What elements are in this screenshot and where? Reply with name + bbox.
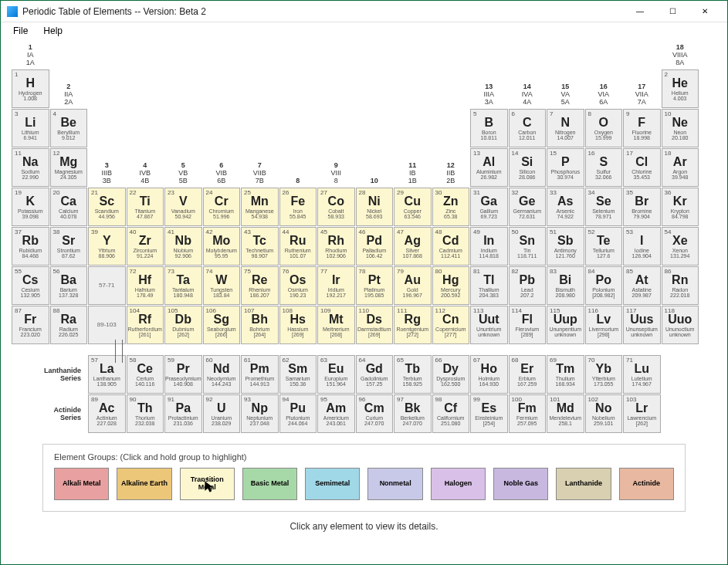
element-Cr[interactable]: 24CrChromium51.996 [203,188,241,226]
element-Ac[interactable]: 89AcActinium227.028 [88,394,126,433]
element-C[interactable]: 6CCarbon12.011 [509,109,547,147]
element-Np[interactable]: 93NpNeptunium237.048 [241,394,279,433]
element-Tb[interactable]: 65TbTerbium158.925 [394,355,432,394]
element-No[interactable]: 102NoNobelium259.101 [585,394,623,433]
maximize-button[interactable]: ☐ [656,2,689,22]
element-Rb[interactable]: 37RbRubidium84.468 [12,227,49,266]
element-Kr[interactable]: 36KrKrypton84.798 [662,188,699,226]
group-btn-lanthanide[interactable]: Lanthanide [556,468,611,500]
element-Al[interactable]: 13AlAluminium26.982 [470,148,508,187]
element-Ar[interactable]: 18ArArgon39.948 [662,148,699,187]
element-Eu[interactable]: 63EuEuropium151.964 [317,355,355,394]
element-Sb[interactable]: 51SbAntimony121.760 [547,227,584,266]
element-Na[interactable]: 11NaSodium22.990 [12,148,49,187]
element-Bi[interactable]: 83BiBismuth208.980 [547,266,584,305]
element-F[interactable]: 9FFluorine18.998 [623,109,661,147]
element-Ga[interactable]: 31GaGallium69.723 [470,188,508,226]
element-Cm[interactable]: 96CmCurium247.070 [356,394,394,433]
element-U[interactable]: 92UUranium238.029 [203,394,241,433]
element-Ce[interactable]: 58CeCerium140.116 [127,355,164,394]
element-Pb[interactable]: 82PbLead207.2 [509,266,547,305]
element-Tl[interactable]: 81TlThallium204.383 [470,266,508,305]
element-Sr[interactable]: 38SrStrontium87.62 [50,227,88,266]
element-Ti[interactable]: 22TiTitanium47.867 [127,188,164,226]
element-Lv[interactable]: 116LvLivermorium[298] [585,306,623,344]
element-Tm[interactable]: 69TmThulium168.934 [547,355,584,394]
element-B[interactable]: 5BBoron10.811 [470,109,508,147]
element-Sg[interactable]: 106SgSeaborgium[266] [203,306,241,344]
element-Cl[interactable]: 17ClChlorine35.453 [623,148,661,187]
element-Tc[interactable]: 43TcTechnetium98.907 [241,227,279,266]
element-Ne[interactable]: 10NeNeon20.180 [662,109,699,147]
element-Mt[interactable]: 109MtMeitnerium[268] [317,306,355,344]
element-Ho[interactable]: 67HoHolmium164.930 [470,355,508,394]
group-btn-semimetal[interactable]: Semimetal [305,468,360,500]
element-Os[interactable]: 76OsOsmium190.23 [279,266,317,305]
element-Ir[interactable]: 77IrIridium192.217 [317,266,355,305]
element-Am[interactable]: 95AmAmericium243.061 [317,394,355,433]
element-Rf[interactable]: 104RfRutherfordium[261] [127,306,164,344]
element-Sm[interactable]: 62SmSamarium150.36 [279,355,317,394]
element-Hf[interactable]: 72HfHafnium178.49 [127,266,164,305]
element-Ca[interactable]: 20CaCalcium40.078 [50,188,88,226]
element-V[interactable]: 23VVanadium50.942 [164,188,202,226]
element-Sn[interactable]: 50SnTin118.711 [509,227,547,266]
group-btn-halogen[interactable]: Halogen [431,468,486,500]
element-Pt[interactable]: 78PtPlatinum195.085 [356,266,394,305]
element-Dy[interactable]: 66DyDysprosium162.500 [432,355,470,394]
element-Uuo[interactable]: 118UuoUnunoctiumunknown [662,306,699,344]
element-Bk[interactable]: 97BkBerkelium247.070 [394,394,432,433]
minimize-button[interactable]: — [624,2,656,22]
element-Cs[interactable]: 55CsCesium132.905 [12,266,49,305]
element-Bh[interactable]: 107BhBohrium[264] [241,306,279,344]
element-Zr[interactable]: 40ZrZirconium91.224 [127,227,164,266]
element-Mg[interactable]: 12MgMagnesium24.305 [50,148,88,187]
element-Re[interactable]: 75ReRhenium186.207 [241,266,279,305]
element-At[interactable]: 85AtAstatine209.987 [623,266,661,305]
element-Uup[interactable]: 115UupUnunpentiumunknown [547,306,584,344]
element-Se[interactable]: 34SeSelenium78.971 [585,188,623,226]
group-btn-actinide[interactable]: Actinide [619,468,674,500]
element-Pd[interactable]: 46PdPalladium106.42 [356,227,394,266]
element-Cf[interactable]: 98CfCalifornium251.080 [432,394,470,433]
element-Ds[interactable]: 110DsDarmstadtium[269] [356,306,394,344]
element-Cd[interactable]: 48CdCadmium112.411 [432,227,470,266]
element-Nb[interactable]: 41NbNiobium92.906 [164,227,202,266]
element-W[interactable]: 74WTungsten183.84 [203,266,241,305]
element-Uus[interactable]: 117UusUnunseptiumunknown [623,306,661,344]
group-btn-noble-gas[interactable]: Noble Gas [493,468,548,500]
element-Er[interactable]: 68ErErbium167.259 [509,355,547,394]
element-I[interactable]: 53IIodine126.904 [623,227,661,266]
element-O[interactable]: 8OOxygen15.999 [585,109,623,147]
element-Y[interactable]: 39YYttrium88.906 [88,227,126,266]
element-Fm[interactable]: 100FmFermium257.095 [509,394,547,433]
group-btn-alkali-metal[interactable]: Alkali Metal [54,468,109,500]
element-Fr[interactable]: 87FrFrancium223.020 [12,306,49,344]
group-btn-basic-metal[interactable]: Basic Metal [242,468,297,500]
element-Rg[interactable]: 111RgRoentgenium[272] [394,306,432,344]
element-Li[interactable]: 3LiLithium6.941 [12,109,49,147]
element-Yb[interactable]: 70YbYtterbium173.055 [585,355,623,394]
element-Po[interactable]: 84PoPolonium[208.982] [585,266,623,305]
element-Cn[interactable]: 112CnCopernicium[277] [432,306,470,344]
element-Rh[interactable]: 45RhRhodium102.906 [317,227,355,266]
element-Sc[interactable]: 21ScScandium44.956 [88,188,126,226]
element-In[interactable]: 49InIndium114.818 [470,227,508,266]
group-btn-alkaline-earth[interactable]: Alkaline Earth [117,468,171,500]
element-Pm[interactable]: 61PmPromethium144.913 [241,355,279,394]
group-btn-transition-metal[interactable]: Transition Metal [180,468,235,500]
element-Au[interactable]: 79AuGold196.967 [394,266,432,305]
element-Te[interactable]: 52TeTellurium127.6 [585,227,623,266]
element-Lu[interactable]: 71LuLutetium174.967 [623,355,661,394]
element-Es[interactable]: 99EsEinsteinium[254] [470,394,508,433]
menu-file[interactable]: File [5,24,36,38]
element-As[interactable]: 33AsArsenic74.922 [547,188,584,226]
element-Md[interactable]: 101MdMendelevium258.1 [547,394,584,433]
element-He[interactable]: 2HeHelium4.003 [662,69,699,108]
element-Cu[interactable]: 29CuCopper63.546 [394,188,432,226]
element-Gd[interactable]: 64GdGadolinium157.25 [356,355,394,394]
element-Fe[interactable]: 26FeIron55.845 [279,188,317,226]
element-P[interactable]: 15PPhosphorus30.974 [547,148,584,187]
element-Nd[interactable]: 60NdNeodymium144.243 [203,355,241,394]
close-button[interactable]: ✕ [689,2,721,22]
